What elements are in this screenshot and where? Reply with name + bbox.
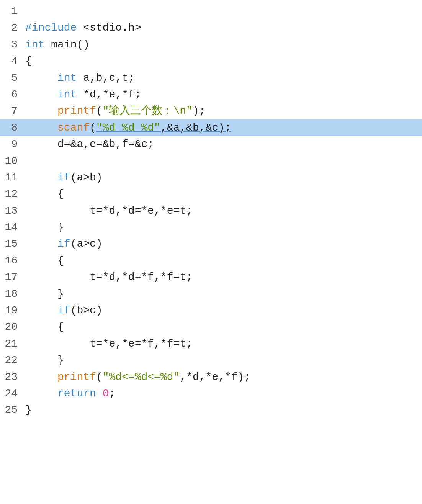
line-number: 19 [0, 302, 22, 319]
code-row: 20 { [0, 319, 422, 335]
line-number: 14 [0, 219, 22, 236]
line-number: 8 [0, 119, 22, 136]
code-row: 14 } [0, 219, 422, 236]
line-number: 18 [0, 286, 22, 302]
code-line: } [22, 352, 422, 368]
code-line: if(b>c) [22, 302, 422, 319]
code-line [22, 153, 422, 169]
code-line: if(a>b) [22, 169, 422, 186]
line-number: 1 [0, 3, 22, 20]
line-number: 17 [0, 269, 22, 285]
code-row: 12 { [0, 186, 422, 202]
code-row: 7 printf("输入三个数：\n"); [0, 103, 422, 119]
code-row: 25} [0, 402, 422, 418]
code-line: { [22, 53, 422, 69]
line-number: 22 [0, 352, 22, 368]
line-number: 10 [0, 153, 22, 169]
code-line: int *d,*e,*f; [22, 86, 422, 103]
code-line: int a,b,c,t; [22, 70, 422, 86]
code-row: 19 if(b>c) [0, 302, 422, 319]
line-number: 20 [0, 319, 22, 335]
line-number: 15 [0, 236, 22, 252]
line-number: 2 [0, 20, 22, 36]
code-line: } [22, 402, 422, 418]
line-number: 3 [0, 36, 22, 53]
line-number: 5 [0, 70, 22, 86]
code-line: #include <stdio.h> [22, 20, 422, 36]
code-line: scanf("%d %d %d",&a,&b,&c); [22, 119, 422, 136]
code-row: 22 } [0, 352, 422, 368]
code-line: { [22, 319, 422, 335]
line-number: 12 [0, 186, 22, 202]
code-row: 8 scanf("%d %d %d",&a,&b,&c); [0, 119, 422, 136]
line-number: 6 [0, 86, 22, 103]
code-row: 18 } [0, 286, 422, 302]
line-number: 24 [0, 385, 22, 402]
code-row: 15 if(a>c) [0, 236, 422, 252]
code-line [22, 3, 422, 20]
code-row: 17 t=*d,*d=*f,*f=t; [0, 269, 422, 285]
code-line: } [22, 286, 422, 302]
code-line: } [22, 219, 422, 236]
line-number: 16 [0, 252, 22, 269]
code-row: 23 printf("%d<=%d<=%d",*d,*e,*f); [0, 369, 422, 385]
line-number: 21 [0, 335, 22, 352]
code-row: 24 return 0; [0, 385, 422, 402]
line-number: 25 [0, 402, 22, 418]
code-row: 5 int a,b,c,t; [0, 70, 422, 86]
code-row: 1 [0, 3, 422, 20]
code-line: int main() [22, 36, 422, 53]
code-editor: 12#include <stdio.h>3int main()4{5 int a… [0, 0, 422, 419]
code-line: printf("%d<=%d<=%d",*d,*e,*f); [22, 369, 422, 385]
code-line: { [22, 186, 422, 202]
code-row: 4{ [0, 53, 422, 69]
code-line: return 0; [22, 385, 422, 402]
code-row: 6 int *d,*e,*f; [0, 86, 422, 103]
code-line: t=*d,*d=*f,*f=t; [22, 269, 422, 285]
line-number: 23 [0, 369, 22, 385]
line-number: 4 [0, 53, 22, 69]
code-line: d=&a,e=&b,f=&c; [22, 136, 422, 152]
code-line: printf("输入三个数：\n"); [22, 103, 422, 119]
code-row: 11 if(a>b) [0, 169, 422, 186]
code-row: 2#include <stdio.h> [0, 20, 422, 36]
code-line: { [22, 252, 422, 269]
code-row: 9 d=&a,e=&b,f=&c; [0, 136, 422, 152]
line-number: 9 [0, 136, 22, 152]
code-line: t=*d,*d=*e,*e=t; [22, 203, 422, 219]
code-row: 21 t=*e,*e=*f,*f=t; [0, 335, 422, 352]
line-number: 7 [0, 103, 22, 119]
line-number: 13 [0, 203, 22, 219]
code-row: 3int main() [0, 36, 422, 53]
line-number: 11 [0, 169, 22, 186]
code-line: if(a>c) [22, 236, 422, 252]
code-line: t=*e,*e=*f,*f=t; [22, 335, 422, 352]
code-row: 10 [0, 153, 422, 169]
code-row: 13 t=*d,*d=*e,*e=t; [0, 203, 422, 219]
code-row: 16 { [0, 252, 422, 269]
